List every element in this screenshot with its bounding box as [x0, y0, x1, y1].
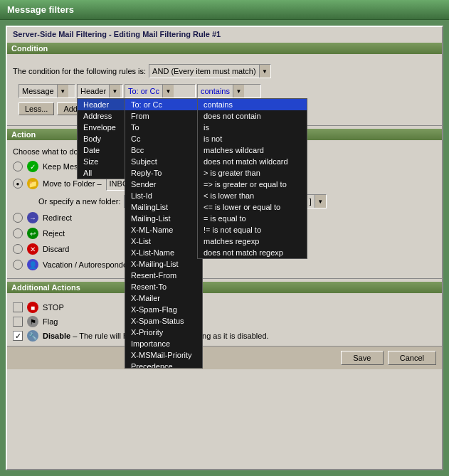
op-contains[interactable]: contains — [198, 99, 307, 110]
redirect-label: Redirect — [43, 213, 72, 222]
stop-label: STOP — [43, 303, 64, 312]
hv-xlist-name[interactable]: X-List-Name — [125, 247, 202, 258]
reject-icon: ↩ — [27, 228, 38, 239]
op-not-match-regexp[interactable]: does not match regexp — [198, 247, 307, 258]
additional-section: ■ STOP ⚑ Flag 🔧 Disable – The rule will … — [7, 297, 442, 346]
hv-bcc[interactable]: Bcc — [125, 144, 202, 156]
match-mode-select[interactable]: AND (Every item must match) ▼ — [149, 64, 270, 78]
hv-importance[interactable]: Importance — [125, 338, 202, 349]
hv-xmailing-list[interactable]: X-Mailing-List — [125, 258, 202, 270]
op-greater-than[interactable]: > is greater than — [198, 167, 307, 179]
move-label: Move to Folder – — [43, 179, 102, 188]
less-button[interactable]: Less... — [19, 102, 54, 115]
op-greater-equal[interactable]: => is greater or equal to — [198, 179, 307, 190]
move-icon: 📁 — [27, 178, 38, 189]
op-is-not[interactable]: is not — [198, 133, 307, 144]
hv-resent-to[interactable]: Resent-To — [125, 281, 202, 292]
keep-radio[interactable] — [13, 162, 23, 171]
hv-resent-from[interactable]: Resent-From — [125, 270, 202, 281]
operator-dropdown: contains does not contain is is not matc… — [197, 98, 307, 259]
hv-list-id[interactable]: List-Id — [125, 190, 202, 201]
operator-select[interactable]: contains ▼ — [197, 84, 261, 98]
match-mode-value: AND (Every item must match) — [149, 67, 258, 75]
header-field-select[interactable]: Header ▼ — [77, 84, 123, 98]
disable-icon: 🔧 — [27, 330, 38, 342]
op-lower-than[interactable]: < is lower than — [198, 190, 307, 201]
hv-to[interactable]: To — [125, 122, 202, 133]
header-field-value: Header — [78, 87, 109, 95]
disable-prefix: Disable — [43, 332, 70, 340]
op-matches-wild[interactable]: matches wildcard — [198, 144, 307, 156]
discard-radio[interactable] — [13, 244, 23, 254]
window-title: Message filters — [7, 4, 74, 15]
header-value-value: To: or Cc — [125, 87, 162, 95]
op-not-equal[interactable]: != is not equal to — [198, 224, 307, 236]
redirect-radio[interactable] — [13, 213, 23, 223]
main-content: Server-Side Mail Filtering - Editing Mai… — [0, 20, 449, 476]
op-equal[interactable]: = is equal to — [198, 213, 307, 224]
condition-section: The condition for the following rules is… — [7, 58, 442, 122]
message-type-arrow[interactable]: ▼ — [57, 85, 68, 97]
hv-xlist[interactable]: X-List — [125, 236, 202, 247]
operator-container: contains ▼ contains does not contain is … — [197, 84, 261, 98]
located-arrow[interactable]: ▼ — [315, 195, 326, 208]
new-folder-label: Or specify a new folder: — [38, 197, 121, 206]
stop-checkbox[interactable] — [13, 302, 23, 312]
operator-arrow[interactable]: ▼ — [233, 85, 244, 97]
hv-reply-to[interactable]: Reply-To — [125, 167, 202, 179]
condition-row: The condition for the following rules is… — [13, 63, 436, 83]
hv-mailing-list[interactable]: Mailing-List — [125, 213, 202, 224]
reject-label: Reject — [43, 229, 65, 238]
hv-xml-name[interactable]: X-ML-Name — [125, 224, 202, 236]
move-radio[interactable] — [13, 179, 23, 189]
flag-icon: ⚑ — [27, 316, 38, 327]
condition-header: Condition — [7, 43, 442, 54]
op-not-contain[interactable]: does not contain — [198, 110, 307, 122]
window: Message filters Server-Side Mail Filteri… — [0, 0, 449, 476]
op-lower-equal[interactable]: <= is lower or equal to — [198, 201, 307, 213]
hv-cc[interactable]: Cc — [125, 133, 202, 144]
header-value-arrow[interactable]: ▼ — [162, 85, 174, 97]
message-type-value: Message — [19, 87, 57, 95]
cancel-button[interactable]: Cancel — [388, 351, 436, 365]
hv-mailinglist[interactable]: MailingList — [125, 201, 202, 213]
condition-label: The condition for the following rules is… — [13, 67, 146, 75]
additional-header: Additional Actions — [7, 282, 442, 293]
redirect-icon: → — [27, 212, 38, 223]
reject-radio[interactable] — [13, 228, 23, 238]
header-field-arrow[interactable]: ▼ — [109, 85, 120, 97]
hv-xpriority[interactable]: X-Priority — [125, 327, 202, 338]
flag-row: ⚑ Flag — [13, 314, 436, 329]
flag-label: Flag — [43, 317, 58, 326]
message-type-select[interactable]: Message ▼ — [19, 84, 75, 98]
vacation-radio[interactable] — [13, 260, 23, 270]
header-field-container: Header ▼ Header Address Envelope Body Da… — [77, 84, 123, 98]
action-vacation-row: 👤 Vacation / Autoresponder — [13, 257, 436, 273]
filter-controls: Message ▼ Header ▼ Header Address — [13, 83, 436, 101]
vacation-icon: 👤 — [27, 259, 38, 270]
keep-icon: ✓ — [27, 161, 38, 172]
header-value-select[interactable]: To: or Cc ▼ — [125, 84, 196, 98]
hv-to-cc[interactable]: To: or Cc — [125, 99, 202, 110]
op-not-match-wild[interactable]: does not match wildcard — [198, 156, 307, 167]
flag-checkbox[interactable] — [13, 317, 23, 327]
discard-icon: ✕ — [27, 243, 38, 255]
header-value-container: To: or Cc ▼ To: or Cc From To Cc Bcc Sub… — [125, 84, 196, 98]
op-matches-regexp[interactable]: matches regexp — [198, 236, 307, 247]
hv-sender[interactable]: Sender — [125, 179, 202, 190]
hv-xmsmail[interactable]: X-MSMail-Priority — [125, 349, 202, 361]
header-value-dropdown: To: or Cc From To Cc Bcc Subject Reply-T… — [125, 98, 203, 369]
hv-xspam-status[interactable]: X-Spam-Status — [125, 315, 202, 327]
disable-row: 🔧 Disable – The rule will have no effect… — [13, 329, 436, 343]
disable-checkbox[interactable] — [13, 331, 23, 341]
hv-precedence[interactable]: Precedence — [125, 361, 202, 369]
stop-icon: ■ — [27, 302, 38, 313]
bottom-bar: Save Cancel — [7, 346, 442, 369]
op-is[interactable]: is — [198, 122, 307, 133]
match-mode-arrow[interactable]: ▼ — [259, 65, 270, 78]
hv-xmailer[interactable]: X-Mailer — [125, 292, 202, 304]
hv-subject[interactable]: Subject — [125, 156, 202, 167]
hv-from[interactable]: From — [125, 110, 202, 122]
hv-xspam-flag[interactable]: X-Spam-Flag — [125, 304, 202, 315]
save-button[interactable]: Save — [341, 351, 384, 365]
